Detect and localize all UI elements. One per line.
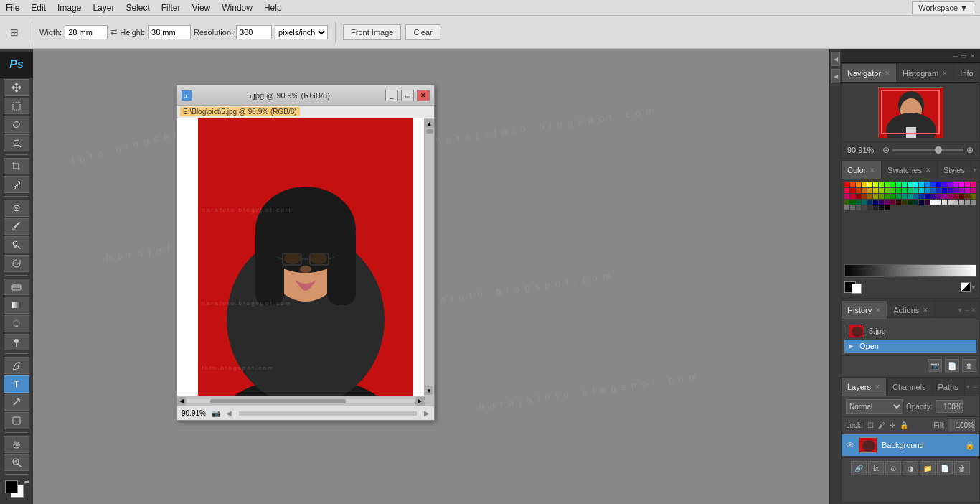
swatch-cell[interactable] <box>885 200 890 205</box>
swatch-cell[interactable] <box>862 205 867 210</box>
layers-min-icon[interactable]: ─ <box>973 383 977 391</box>
swatch-cell[interactable] <box>936 194 941 199</box>
snapshot-icon[interactable]: 📷 <box>212 409 220 417</box>
swatch-cell[interactable] <box>942 200 947 205</box>
swatch-cell[interactable] <box>913 188 918 193</box>
swatch-cell[interactable] <box>879 182 884 187</box>
menu-image[interactable]: Image <box>52 1 87 14</box>
menu-help[interactable]: Help <box>258 1 288 14</box>
swatch-cell[interactable] <box>902 188 907 193</box>
swatch-cell[interactable] <box>908 182 913 187</box>
vertical-scrollbar[interactable]: ▲ ▼ <box>424 118 434 396</box>
swatch-cell[interactable] <box>965 188 970 193</box>
default-colors-icon[interactable] <box>961 282 971 292</box>
swatch-cell[interactable] <box>913 194 918 199</box>
swatch-cell[interactable] <box>873 182 878 187</box>
swatch-cell[interactable] <box>971 188 976 193</box>
history-item-open-file[interactable]: 5.jpg <box>844 322 976 340</box>
swatch-cell[interactable] <box>936 182 941 187</box>
swatch-cell[interactable] <box>867 200 872 205</box>
fill-input[interactable] <box>948 419 975 431</box>
lock-position-icon[interactable]: ✛ <box>890 421 895 429</box>
swatch-cell[interactable] <box>908 188 913 193</box>
lock-image-icon[interactable]: 🖌 <box>878 421 885 429</box>
swatch-cell[interactable] <box>925 188 930 193</box>
swatch-cell[interactable] <box>942 188 947 193</box>
history-brush-tool[interactable] <box>4 255 29 272</box>
color-close-icon[interactable]: ✕ <box>870 167 875 174</box>
swatch-cell[interactable] <box>959 200 964 205</box>
swatch-cell[interactable] <box>919 194 924 199</box>
tab-actions[interactable]: Actions ✕ <box>887 301 935 319</box>
menu-layer[interactable]: Layer <box>87 1 120 14</box>
new-group-btn[interactable]: 📁 <box>920 461 936 475</box>
swatch-cell[interactable] <box>896 188 901 193</box>
zoom-slider[interactable] <box>892 149 963 151</box>
swatch-cell[interactable] <box>850 205 855 210</box>
pen-tool[interactable] <box>4 357 29 374</box>
swatch-cell[interactable] <box>896 194 901 199</box>
tab-histogram[interactable]: Histogram ✕ <box>897 64 954 82</box>
path-select-tool[interactable] <box>4 394 29 411</box>
swatch-cell[interactable] <box>896 182 901 187</box>
marquee-tool[interactable] <box>4 98 29 115</box>
swatch-cell[interactable] <box>930 188 936 193</box>
swatch-cell[interactable] <box>959 194 964 199</box>
tab-channels[interactable]: Channels <box>887 378 932 396</box>
shape-tool[interactable] <box>4 412 29 429</box>
swatch-cell[interactable] <box>844 205 849 210</box>
swatch-cell[interactable] <box>953 200 958 205</box>
swatch-cell[interactable] <box>856 200 861 205</box>
swatch-cell[interactable] <box>930 194 936 199</box>
swatch-cell[interactable] <box>885 194 890 199</box>
gradient-tool[interactable] <box>4 297 29 314</box>
actions-close-icon[interactable]: ✕ <box>923 307 928 314</box>
opacity-input[interactable] <box>936 400 963 413</box>
resolution-input[interactable] <box>236 25 272 39</box>
tab-navigator[interactable]: Navigator ✕ <box>842 64 897 82</box>
swatch-cell[interactable] <box>873 200 878 205</box>
swatch-cell[interactable] <box>948 194 953 199</box>
swatch-cell[interactable] <box>902 182 907 187</box>
swatch-cell[interactable] <box>953 182 958 187</box>
swatch-cell[interactable] <box>879 200 884 205</box>
lasso-tool[interactable] <box>4 116 29 133</box>
tab-info[interactable]: Info <box>954 64 979 82</box>
bg-color-swatch[interactable] <box>852 284 862 294</box>
swatch-cell[interactable] <box>925 182 930 187</box>
scroll-up-btn[interactable]: ▲ <box>425 119 434 128</box>
swatch-cell[interactable] <box>890 188 895 193</box>
swatch-cell[interactable] <box>862 200 867 205</box>
swatch-cell[interactable] <box>930 200 936 205</box>
add-style-btn[interactable]: fx <box>868 461 884 475</box>
swatch-cell[interactable] <box>850 194 855 199</box>
clear-button[interactable]: Clear <box>405 24 440 40</box>
swatch-cell[interactable] <box>867 194 872 199</box>
restore-button[interactable]: ▭ <box>401 90 414 101</box>
swatch-cell[interactable] <box>902 200 907 205</box>
swatch-cell[interactable] <box>942 182 947 187</box>
foreground-color-box[interactable] <box>5 480 18 493</box>
new-layer-btn[interactable]: 📄 <box>937 461 953 475</box>
crop-tool[interactable] <box>4 158 29 175</box>
menu-select[interactable]: Select <box>120 1 155 14</box>
swatch-cell[interactable] <box>913 200 918 205</box>
swatch-cell[interactable] <box>971 194 976 199</box>
swatch-cell[interactable] <box>959 182 964 187</box>
history-close-icon[interactable]: ✕ <box>875 307 881 314</box>
dodge-tool[interactable] <box>4 334 29 351</box>
layer-visibility-icon[interactable]: 👁 <box>846 440 854 450</box>
scroll-left-btn[interactable]: ◀ <box>177 397 186 406</box>
swatch-cell[interactable] <box>844 200 849 205</box>
tab-styles[interactable]: Styles <box>938 161 971 179</box>
menu-window[interactable]: Window <box>216 1 258 14</box>
menu-view[interactable]: View <box>186 1 216 14</box>
swatch-cell[interactable] <box>942 194 947 199</box>
type-tool[interactable]: T <box>4 375 29 393</box>
swatch-cell[interactable] <box>919 182 924 187</box>
swatches-display[interactable] <box>844 182 976 261</box>
navigator-close-icon[interactable]: ✕ <box>885 70 890 77</box>
swatch-cell[interactable] <box>873 194 878 199</box>
swatch-cell[interactable] <box>844 188 849 193</box>
scroll-right-btn[interactable]: ▶ <box>415 397 424 406</box>
